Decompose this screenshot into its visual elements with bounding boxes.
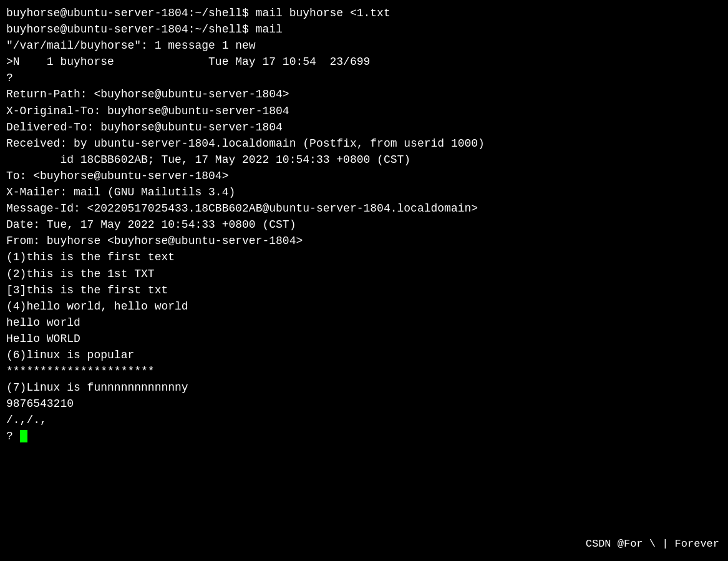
- terminal-line: Return-Path: <buyhorse@ubuntu-server-180…: [6, 86, 722, 102]
- terminal-line: (6)linux is popular: [6, 347, 722, 363]
- terminal-line: buyhorse@ubuntu-server-1804:~/shell$ mai…: [6, 21, 722, 37]
- terminal-line: [3]this is the first txt: [6, 282, 722, 298]
- terminal-line: X-Mailer: mail (GNU Mailutils 3.4): [6, 184, 722, 200]
- terminal-line: Received: by ubuntu-server-1804.localdom…: [6, 135, 722, 152]
- terminal-line: ?: [6, 428, 722, 444]
- terminal-line: id 18CBB602AB; Tue, 17 May 2022 10:54:33…: [6, 152, 722, 168]
- terminal-line: buyhorse@ubuntu-server-1804:~/shell$ mai…: [6, 5, 722, 21]
- terminal-line: Message-Id: <20220517025433.18CBB602AB@u…: [6, 200, 722, 217]
- terminal-line: 9876543210: [6, 396, 722, 412]
- terminal-line: To: <buyhorse@ubuntu-server-1804>: [6, 168, 722, 184]
- terminal-line: Delivered-To: buyhorse@ubuntu-server-180…: [6, 119, 722, 135]
- terminal-line: hello world: [6, 315, 722, 331]
- terminal-line: **********************: [6, 363, 722, 379]
- terminal-line: /.,/.,: [6, 412, 722, 428]
- terminal-line: Date: Tue, 17 May 2022 10:54:33 +0800 (C…: [6, 217, 722, 233]
- terminal-line: (7)Linux is funnnnnnnnnnnny: [6, 379, 722, 396]
- terminal-line: From: buyhorse <buyhorse@ubuntu-server-1…: [6, 233, 722, 249]
- watermark: CSDN @For \ | Forever: [586, 537, 719, 552]
- terminal-line: (2)this is the 1st TXT: [6, 266, 722, 282]
- terminal-line: (1)this is the first text: [6, 249, 722, 265]
- terminal-line: (4)hello world, hello world: [6, 298, 722, 315]
- terminal-line: >N 1 buyhorse Tue May 17 10:54 23/699: [6, 54, 722, 70]
- terminal-line: ?: [6, 70, 722, 86]
- terminal: buyhorse@ubuntu-server-1804:~/shell$ mai…: [0, 0, 728, 561]
- prompt-text: ?: [6, 430, 20, 442]
- terminal-cursor: [20, 430, 27, 442]
- terminal-line: X-Original-To: buyhorse@ubuntu-server-18…: [6, 103, 722, 119]
- terminal-output: buyhorse@ubuntu-server-1804:~/shell$ mai…: [6, 5, 722, 445]
- terminal-line: "/var/mail/buyhorse": 1 message 1 new: [6, 37, 722, 54]
- terminal-line: Hello WORLD: [6, 331, 722, 347]
